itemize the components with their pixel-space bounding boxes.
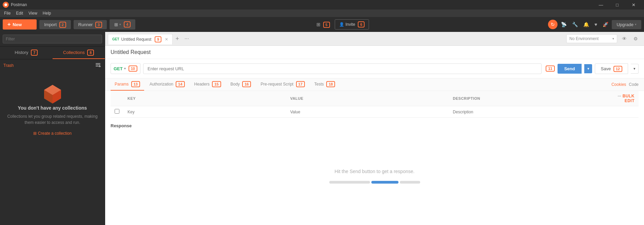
key-input[interactable] <box>128 110 282 114</box>
badge-6: 6 <box>358 21 365 27</box>
satellite-icon-button[interactable]: 📡 <box>559 20 569 29</box>
badge-10: 10 <box>129 65 137 72</box>
response-empty: Hit the Send button to get a response. <box>111 132 639 220</box>
badge-4: 4 <box>124 21 131 27</box>
env-label: No Environment <box>569 36 599 41</box>
bulk-edit-link[interactable]: Bulk Edit <box>623 94 635 103</box>
filter-input[interactable] <box>3 35 102 43</box>
method-label: GET <box>114 66 123 71</box>
menu-edit[interactable]: Edit <box>13 10 26 16</box>
url-input[interactable] <box>143 63 542 74</box>
svg-rect-3 <box>96 66 98 67</box>
new-button[interactable]: + New 1 <box>3 19 37 30</box>
new-label: New <box>13 22 22 27</box>
rocket-icon-button[interactable]: 🚀 <box>601 20 610 29</box>
save-dropdown-button[interactable]: ▾ <box>631 64 639 74</box>
create-collection-button[interactable]: ⊞ Create a collection <box>33 131 72 136</box>
svg-rect-5 <box>98 66 101 67</box>
upgrade-button[interactable]: Upgrade ▾ <box>612 20 641 29</box>
sidebar-tabs: History 7 Collections 8 <box>0 46 105 59</box>
send-dropdown-button[interactable]: ▾ <box>584 64 592 73</box>
value-input[interactable] <box>290 110 445 114</box>
col-actions: ··· Bulk Edit <box>611 91 639 106</box>
new-collection-icon-button[interactable] <box>95 61 101 69</box>
svg-point-0 <box>4 3 7 6</box>
menubar: File Edit View Help <box>0 10 644 17</box>
tab-authorization[interactable]: Authorization 14 <box>145 78 189 91</box>
env-controls: No Environment ▾ 👁 ⚙ <box>562 32 644 45</box>
desc-input[interactable] <box>453 110 607 114</box>
wrench-icon-button[interactable]: 🔧 <box>570 20 580 29</box>
logo-icon <box>3 2 9 8</box>
response-empty-text: Hit the Send button to get a response. <box>335 169 415 174</box>
row-checkbox[interactable] <box>115 109 119 114</box>
extra-button[interactable]: ⊞ ▾ 4 <box>110 19 135 30</box>
badge-12: 12 <box>613 66 622 72</box>
heart-icon-button[interactable]: ♥ <box>592 20 599 29</box>
toolbar-center: ⊞ 5 👤 Invite 6 <box>138 19 545 30</box>
tab-tests[interactable]: Tests 18 <box>310 78 339 91</box>
badge-18: 18 <box>326 81 335 87</box>
tab-history[interactable]: History 7 <box>0 46 53 59</box>
method-selector[interactable]: GET ▾ 10 <box>111 63 140 74</box>
tab-collections[interactable]: Collections 8 <box>53 46 105 59</box>
tab-params[interactable]: Params 13 <box>111 78 144 91</box>
code-link[interactable]: Code <box>629 82 639 87</box>
menu-view[interactable]: View <box>26 10 40 16</box>
badge-3: 3 <box>95 22 102 28</box>
tabs-env-bar: GET Untitled Request 9 ✕ + ··· No Enviro… <box>105 32 644 46</box>
response-progress <box>329 181 420 184</box>
close-button[interactable]: ✕ <box>626 0 641 10</box>
runner-button[interactable]: Runner 3 <box>74 20 107 29</box>
badge-13: 13 <box>131 81 140 87</box>
request-panel: Untitled Request GET ▾ 10 11 Send ▾ Save… <box>105 46 644 225</box>
menu-help[interactable]: Help <box>40 10 54 16</box>
tab-headers[interactable]: Headers 15 <box>190 78 225 91</box>
eye-icon-button[interactable]: 👁 <box>620 35 629 43</box>
app-title: Postman <box>11 2 27 7</box>
svg-rect-2 <box>96 64 100 65</box>
request-tabs: Params 13 Authorization 14 Headers 15 Bo… <box>105 78 644 91</box>
tab-pre-request[interactable]: Pre-request Script 17 <box>256 78 309 91</box>
tab-body[interactable]: Body 16 <box>227 78 255 91</box>
sidebar-search-container <box>0 32 105 46</box>
import-button[interactable]: Import 2 <box>39 20 71 29</box>
sidebar-actions: Trash <box>0 59 105 71</box>
params-row <box>111 106 639 118</box>
request-title: Untitled Request <box>111 49 151 55</box>
response-title: Response <box>111 123 639 128</box>
collection-icon <box>41 81 64 105</box>
save-button[interactable]: Save 12 <box>595 63 628 74</box>
sync-button[interactable]: ↻ <box>548 20 558 29</box>
tab-label: Untitled Request <box>121 37 152 42</box>
env-selector[interactable]: No Environment ▾ <box>566 34 617 43</box>
tab-actions: Cookies Code <box>611 82 639 87</box>
settings-icon-button[interactable]: ⚙ <box>631 35 640 43</box>
col-key: KEY <box>123 91 286 106</box>
badge-1: 1 <box>25 21 32 27</box>
menu-file[interactable]: File <box>1 10 13 16</box>
main-layout: History 7 Collections 8 Trash <box>0 32 644 225</box>
col-value: VALUE <box>286 91 449 106</box>
more-dots-icon[interactable]: ··· <box>618 94 621 98</box>
invite-button[interactable]: 👤 Invite 6 <box>335 19 369 30</box>
request-tab[interactable]: GET Untitled Request 9 ✕ <box>108 34 173 44</box>
bell-icon-button[interactable]: 🔔 <box>581 20 591 29</box>
maximize-button[interactable]: □ <box>609 0 625 10</box>
runner-label: Runner <box>78 22 93 27</box>
grid-icon-button[interactable]: ⊞ 5 <box>314 20 332 29</box>
badge-16: 16 <box>242 81 251 87</box>
progress-bar-1 <box>329 181 370 184</box>
send-button[interactable]: Send <box>558 64 582 74</box>
tab-close-icon[interactable]: ✕ <box>165 37 168 42</box>
more-tabs-button[interactable]: ··· <box>182 34 192 43</box>
tab-method: GET <box>112 37 119 41</box>
add-tab-button[interactable]: + <box>173 34 182 44</box>
cookies-link[interactable]: Cookies <box>611 82 626 87</box>
trash-link[interactable]: Trash <box>3 63 14 68</box>
create-collection-icon: ⊞ <box>33 131 37 136</box>
badge-17: 17 <box>296 81 305 87</box>
minimize-button[interactable]: — <box>593 0 609 10</box>
content-area: GET Untitled Request 9 ✕ + ··· No Enviro… <box>105 32 644 225</box>
response-area: Response Hit the Send button to get a re… <box>105 118 644 225</box>
